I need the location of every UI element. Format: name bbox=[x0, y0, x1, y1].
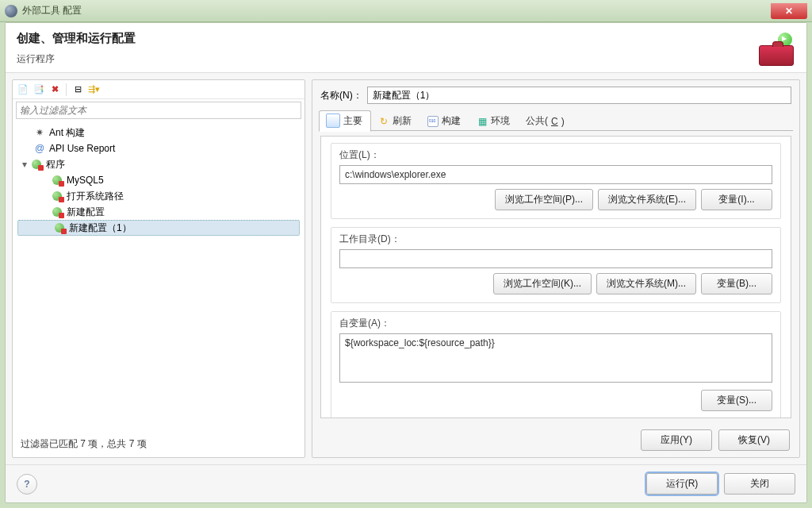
tabs: 主要 ↻ 刷新 构建 ▦ 环境 公共(C) bbox=[312, 110, 799, 131]
at-icon: @ bbox=[33, 142, 46, 155]
dialog-body: 创建、管理和运行配置 运行程序 📄 📑 ✖ ⊟ ⇶▾ ✷ bbox=[5, 22, 807, 503]
tab-label: 构建 bbox=[442, 114, 461, 128]
right-pane: 名称(N)： 主要 ↻ 刷新 构建 ▦ 环境 bbox=[312, 79, 800, 458]
header-icon bbox=[757, 33, 795, 66]
main-tab-icon bbox=[326, 114, 340, 128]
tree-label: 新建配置 bbox=[67, 206, 105, 219]
header-subtitle: 运行程序 bbox=[17, 52, 757, 66]
tree-label: MySQL5 bbox=[67, 175, 104, 186]
filter-box bbox=[16, 102, 301, 119]
workdir-variables-button[interactable]: 变量(B)... bbox=[701, 273, 772, 294]
help-button[interactable]: ? bbox=[17, 474, 37, 495]
tab-label-prefix: 公共( bbox=[526, 114, 548, 128]
apply-button[interactable]: 应用(Y) bbox=[641, 429, 712, 451]
tree-node-mysql[interactable]: MySQL5 bbox=[14, 172, 303, 188]
location-browse-workspace-button[interactable]: 浏览工作空间(P)... bbox=[495, 189, 593, 210]
main-split: 📄 📑 ✖ ⊟ ⇶▾ ✷ Ant 构建 @ API Use Report bbox=[6, 73, 806, 464]
tree-label: Ant 构建 bbox=[49, 126, 85, 140]
tree-label: 程序 bbox=[46, 158, 65, 171]
dialog-footer: ? 运行(R) 关闭 bbox=[6, 464, 806, 502]
workdir-browse-workspace-button[interactable]: 浏览工作空间(K)... bbox=[493, 273, 592, 294]
workdir-group: 工作目录(D)： 浏览工作空间(K)... 浏览文件系统(M)... 变量(B)… bbox=[331, 227, 781, 303]
location-variables-button[interactable]: 变量(I)... bbox=[701, 189, 772, 210]
build-tab-icon bbox=[427, 116, 439, 127]
left-toolbar: 📄 📑 ✖ ⊟ ⇶▾ bbox=[13, 80, 304, 99]
left-footer: 过滤器已匹配 7 项，总共 7 项 bbox=[13, 431, 304, 457]
title-bar: 外部工具 配置 ✕ bbox=[0, 0, 812, 22]
location-browse-filesystem-button[interactable]: 浏览文件系统(E)... bbox=[598, 189, 696, 210]
tree-node-program[interactable]: ▾ 程序 bbox=[14, 156, 303, 172]
tree-label: 新建配置（1） bbox=[69, 221, 132, 235]
filter-menu-icon[interactable]: ⇶▾ bbox=[86, 83, 101, 97]
workdir-input[interactable] bbox=[339, 249, 772, 268]
name-input[interactable] bbox=[367, 87, 791, 104]
location-input[interactable] bbox=[339, 165, 772, 184]
tab-label: 主要 bbox=[343, 114, 362, 128]
window-title: 外部工具 配置 bbox=[22, 4, 771, 17]
tree-node-newcfg1[interactable]: 新建配置（1） bbox=[17, 220, 300, 236]
left-pane: 📄 📑 ✖ ⊟ ⇶▾ ✷ Ant 构建 @ API Use Report bbox=[12, 79, 305, 458]
tab-label-suffix: ) bbox=[561, 116, 565, 127]
program-icon bbox=[51, 174, 63, 187]
tree-label: 打开系统路径 bbox=[67, 190, 124, 203]
args-group: 自变量(A)： 变量(S)... bbox=[331, 311, 781, 418]
program-icon bbox=[53, 221, 66, 234]
filter-input[interactable] bbox=[16, 102, 301, 119]
toolbar-separator bbox=[66, 83, 67, 96]
dialog-header: 创建、管理和运行配置 运行程序 bbox=[6, 23, 806, 73]
delete-config-icon[interactable]: ✖ bbox=[48, 83, 62, 97]
args-variables-button[interactable]: 变量(S)... bbox=[701, 390, 772, 411]
tree-label: API Use Report bbox=[49, 143, 115, 154]
tab-common[interactable]: 公共(C) bbox=[519, 111, 573, 131]
tab-refresh[interactable]: ↻ 刷新 bbox=[371, 111, 420, 131]
tab-build[interactable]: 构建 bbox=[420, 111, 469, 131]
tab-content-main: 位置(L)： 浏览工作空间(P)... 浏览文件系统(E)... 变量(I)..… bbox=[320, 136, 791, 418]
workdir-browse-filesystem-button[interactable]: 浏览文件系统(M)... bbox=[596, 273, 696, 294]
refresh-tab-icon: ↻ bbox=[378, 116, 389, 127]
run-button[interactable]: 运行(R) bbox=[646, 473, 718, 495]
program-icon bbox=[51, 190, 63, 202]
program-icon bbox=[51, 206, 63, 218]
location-label: 位置(L)： bbox=[339, 148, 772, 162]
tab-label: 环境 bbox=[491, 114, 510, 128]
duplicate-config-icon[interactable]: 📑 bbox=[32, 83, 46, 97]
expand-icon[interactable]: ▾ bbox=[22, 159, 30, 170]
args-input[interactable] bbox=[339, 333, 772, 383]
window-close-button[interactable]: ✕ bbox=[771, 3, 807, 19]
workdir-label: 工作目录(D)： bbox=[339, 233, 772, 246]
header-title: 创建、管理和运行配置 bbox=[17, 31, 757, 46]
tab-label-access: C bbox=[551, 116, 558, 127]
name-row: 名称(N)： bbox=[312, 80, 799, 110]
args-label: 自变量(A)： bbox=[339, 317, 772, 330]
revert-button[interactable]: 恢复(V) bbox=[718, 429, 790, 451]
ant-icon: ✷ bbox=[33, 126, 46, 139]
program-icon bbox=[30, 158, 43, 171]
env-tab-icon: ▦ bbox=[477, 116, 488, 127]
collapse-all-icon[interactable]: ⊟ bbox=[71, 83, 85, 97]
new-config-icon[interactable]: 📄 bbox=[16, 83, 30, 97]
toolbox-icon bbox=[759, 45, 794, 66]
tab-env[interactable]: ▦ 环境 bbox=[469, 111, 519, 131]
close-button[interactable]: 关闭 bbox=[724, 473, 795, 495]
tree-node-openpath[interactable]: 打开系统路径 bbox=[14, 188, 303, 204]
tree-node-newcfg[interactable]: 新建配置 bbox=[14, 204, 303, 220]
name-label: 名称(N)： bbox=[320, 89, 362, 102]
location-group: 位置(L)： 浏览工作空间(P)... 浏览文件系统(E)... 变量(I)..… bbox=[331, 143, 781, 219]
tree-node-api[interactable]: @ API Use Report bbox=[14, 140, 303, 156]
right-bottom-buttons: 应用(Y) 恢复(V) bbox=[312, 425, 799, 457]
tree-node-ant[interactable]: ✷ Ant 构建 bbox=[14, 125, 303, 140]
tab-label: 刷新 bbox=[393, 114, 412, 128]
config-tree: ✷ Ant 构建 @ API Use Report ▾ 程序 MySQL5 bbox=[13, 121, 304, 431]
tab-main[interactable]: 主要 bbox=[319, 110, 371, 132]
app-icon bbox=[5, 5, 17, 17]
